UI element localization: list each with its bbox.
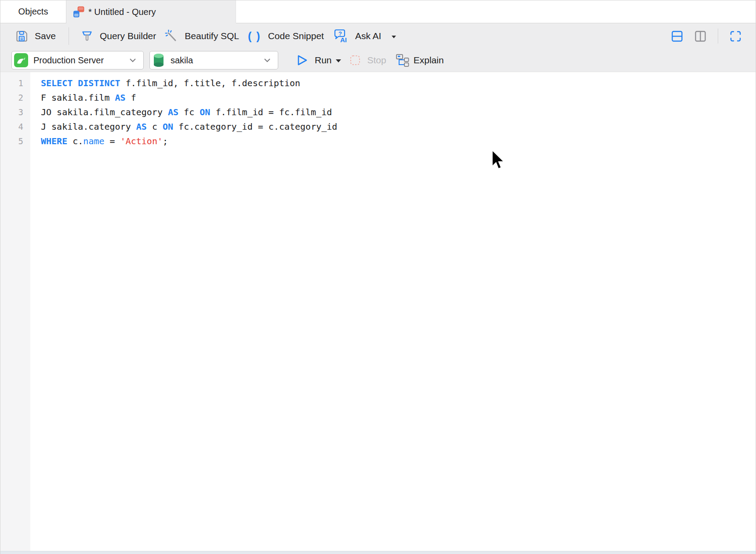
code-line[interactable]: 1SELECT DISTINCT f.film_id, f.title, f.d…: [0, 76, 756, 91]
line-text: WHERE c.name = 'Action';: [30, 134, 168, 149]
run-toolbar: Production Server sakila: [0, 49, 756, 72]
database-select-value: sakila: [171, 55, 264, 66]
line-text: JO sakila.film_category AS fc ON f.film_…: [30, 105, 332, 120]
code-line[interactable]: 3JO sakila.film_category AS fc ON f.film…: [0, 105, 756, 120]
line-number: 5: [0, 134, 30, 149]
line-number: 4: [0, 120, 30, 134]
code-snippet-label: Code Snippet: [268, 31, 324, 41]
toolbar-separator: [718, 29, 718, 44]
query-builder-label: Query Builder: [100, 31, 156, 41]
ask-ai-button[interactable]: ? AI Ask AI: [333, 29, 396, 44]
stop-icon: [350, 55, 360, 66]
sql-editor[interactable]: 1SELECT DISTINCT f.film_id, f.title, f.d…: [0, 72, 756, 551]
beautify-sql-button[interactable]: Beautify SQL: [165, 29, 239, 43]
connection-select-value: Production Server: [33, 55, 129, 66]
chevron-down-icon: [264, 58, 271, 62]
save-button[interactable]: Save: [15, 30, 56, 43]
line-text: SELECT DISTINCT f.film_id, f.title, f.de…: [30, 76, 300, 91]
svg-text:AI: AI: [340, 36, 347, 44]
explain-icon: [395, 54, 409, 67]
tab-query[interactable]: * Untitled - Query: [66, 0, 236, 23]
save-icon: [15, 30, 28, 43]
line-text: F sakila.film AS f: [30, 91, 136, 105]
beautify-sql-label: Beautify SQL: [185, 31, 239, 41]
explain-button[interactable]: Explain: [395, 54, 444, 67]
split-vertical-button[interactable]: [694, 30, 706, 42]
chevron-down-icon: [129, 58, 136, 62]
run-button[interactable]: Run: [297, 54, 341, 66]
tab-objects[interactable]: Objects: [0, 0, 66, 23]
mysql-connection-icon: [14, 53, 29, 68]
code-snippet-button[interactable]: ( ) Code Snippet: [248, 30, 324, 43]
app-window: Objects * Untitled - Query: [0, 0, 756, 554]
query-file-icon: [72, 5, 85, 18]
run-label: Run: [315, 55, 332, 66]
line-text: J sakila.category AS c ON fc.category_id…: [30, 120, 337, 134]
run-icon: [297, 54, 308, 66]
code-snippet-icon: ( ): [248, 30, 262, 43]
code-line[interactable]: 4J sakila.category AS c ON fc.category_i…: [0, 120, 756, 134]
ask-ai-caret-icon: [392, 36, 396, 38]
main-toolbar: Save Query Builder: [0, 23, 756, 49]
magic-wand-icon: [165, 29, 178, 43]
ask-ai-icon: ? AI: [333, 29, 349, 44]
database-icon: [152, 52, 166, 68]
fullscreen-button[interactable]: [730, 30, 741, 42]
ask-ai-label: Ask AI: [355, 31, 382, 41]
database-select[interactable]: sakila: [149, 51, 278, 69]
line-number: 1: [0, 76, 30, 91]
tab-query-label: * Untitled - Query: [88, 7, 156, 17]
save-label: Save: [35, 31, 56, 41]
stop-label: Stop: [367, 55, 386, 66]
code-line[interactable]: 5WHERE c.name = 'Action';: [0, 134, 756, 149]
connection-select[interactable]: Production Server: [11, 51, 144, 69]
run-options-caret-icon[interactable]: [336, 59, 341, 62]
query-builder-icon: [81, 30, 93, 42]
tab-objects-label: Objects: [18, 7, 48, 17]
split-horizontal-button[interactable]: [671, 30, 683, 42]
tab-bar-empty: [236, 0, 756, 23]
code-line[interactable]: 2F sakila.film AS f: [0, 91, 756, 105]
window-bottom-edge: [0, 551, 756, 554]
query-builder-button[interactable]: Query Builder: [81, 30, 156, 42]
explain-label: Explain: [414, 55, 444, 66]
toolbar-right-group: [660, 29, 741, 44]
line-number: 3: [0, 105, 30, 120]
stop-button: Stop: [350, 55, 386, 66]
toolbar-separator: [69, 27, 69, 45]
tab-bar: Objects * Untitled - Query: [0, 0, 756, 23]
line-number: 2: [0, 91, 30, 105]
